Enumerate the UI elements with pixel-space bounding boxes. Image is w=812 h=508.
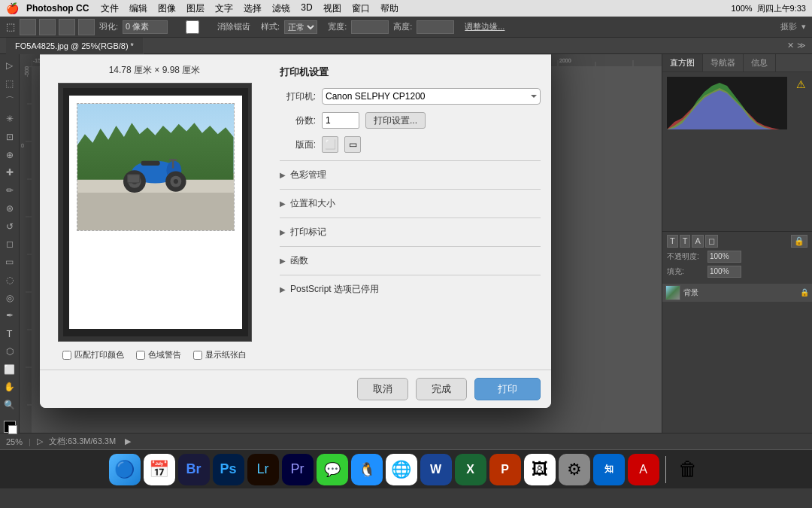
copies-input[interactable] [322, 112, 359, 129]
magic-wand-tool[interactable]: ✳ [2, 111, 18, 127]
hand-tool[interactable]: ✋ [2, 379, 18, 396]
print-marks-header[interactable]: ▶ 打印标记 [280, 224, 541, 240]
menu-filter[interactable]: 滤镜 [272, 2, 290, 15]
menu-items: 文件 编辑 图像 图层 文字 选择 滤镜 3D 视图 窗口 帮助 [101, 2, 731, 15]
apple-menu[interactable]: 🍎 [6, 2, 19, 14]
dodge-tool[interactable]: ◎ [2, 290, 18, 306]
menu-help[interactable]: 帮助 [380, 2, 398, 15]
clone-tool[interactable]: ⊛ [2, 200, 18, 217]
menu-select[interactable]: 选择 [244, 2, 262, 15]
dock-ps[interactable]: Ps [213, 454, 244, 485]
dock-wechat[interactable]: 💬 [317, 454, 348, 485]
tool-btn-4[interactable] [78, 19, 95, 35]
menu-file[interactable]: 文件 [101, 2, 119, 15]
dock-calendar[interactable]: 📅 [144, 454, 175, 485]
arrow-icon-3: ▶ [280, 228, 286, 236]
print-button[interactable]: 打印 [474, 378, 541, 400]
left-toolbar: ▷ ⬚ ⌒ ✳ ⊡ ⊕ ✚ ✏ ⊛ ↺ ◻ ▭ ◌ ◎ ✒ T ⬡ ⬜ ✋ 🔍 [0, 54, 20, 433]
dock-photos[interactable]: 🖼 [524, 454, 556, 485]
color-management-header[interactable]: ▶ 色彩管理 [280, 167, 541, 183]
brush-tool[interactable]: ✏ [2, 182, 18, 199]
dock-powerpoint[interactable]: P [489, 454, 521, 485]
histogram-canvas [667, 77, 787, 129]
close-panel-btn[interactable]: ✕ [787, 41, 794, 50]
opacity-input[interactable] [707, 251, 741, 263]
portrait-btn[interactable]: ⬜ [322, 136, 338, 153]
landscape-btn[interactable]: ▭ [344, 136, 361, 153]
navigator-tab[interactable]: 导航器 [703, 54, 744, 71]
app-name[interactable]: Photoshop CC [26, 3, 89, 14]
menu-3d[interactable]: 3D [301, 2, 312, 15]
match-colors-checkbox[interactable]: 匹配打印颜色 [62, 349, 124, 360]
type-tool[interactable]: T [2, 325, 18, 342]
pen-tool[interactable]: ✒ [2, 308, 18, 324]
path-select-tool[interactable]: ⬡ [2, 343, 18, 360]
tool-btn-2[interactable] [39, 19, 56, 35]
prop-btn-2[interactable]: T [680, 235, 691, 248]
tool-btn-1[interactable] [20, 19, 36, 35]
prop-btn-4[interactable]: ◻ [705, 235, 718, 248]
gradient-tool[interactable]: ▭ [2, 254, 18, 270]
show-paper-white-checkbox[interactable]: 显示纸张白 [193, 349, 247, 360]
width-input[interactable] [351, 20, 389, 34]
background-color[interactable] [8, 425, 17, 434]
eyedropper-tool[interactable]: ⊕ [2, 147, 18, 163]
lock-icon-layer: 🔒 [800, 288, 809, 297]
eraser-tool[interactable]: ◻ [2, 236, 18, 253]
dock-acrobat[interactable]: A [628, 454, 659, 485]
dock-system-prefs[interactable]: ⚙ [559, 454, 590, 485]
info-tab[interactable]: 信息 [744, 54, 776, 71]
done-button[interactable]: 完成 [416, 378, 467, 400]
dock-premiere[interactable]: Pr [282, 454, 314, 485]
menu-image[interactable]: 图像 [158, 2, 176, 15]
histogram-tab[interactable]: 直方图 [662, 54, 703, 71]
functions-header[interactable]: ▶ 函数 [280, 253, 541, 269]
right-panel: 直方图 导航器 信息 ⚠ [662, 54, 812, 433]
dock-chrome[interactable]: 🌐 [386, 454, 417, 485]
print-frame-outer [58, 83, 252, 342]
fill-label: 填充: [667, 266, 704, 277]
style-select[interactable]: 正常 [284, 20, 317, 34]
dock-trash[interactable]: 🗑 [672, 454, 704, 485]
menu-layer[interactable]: 图层 [186, 2, 205, 15]
foreground-color[interactable] [4, 421, 16, 433]
panel-menu-btn[interactable]: ≫ [797, 41, 806, 50]
printer-select[interactable]: Canon SELPHY CP1200 [322, 88, 541, 105]
menu-window[interactable]: 窗口 [352, 2, 370, 15]
dock-excel[interactable]: X [455, 454, 486, 485]
cancel-button[interactable]: 取消 [357, 378, 408, 400]
dock-lr[interactable]: Lr [247, 454, 279, 485]
more-icon[interactable]: ▾ [801, 22, 806, 32]
move-tool[interactable]: ▷ [2, 57, 18, 74]
menu-edit[interactable]: 编辑 [129, 2, 147, 15]
history-brush-tool[interactable]: ↺ [2, 218, 18, 235]
dock-word[interactable]: W [420, 454, 452, 485]
print-settings-btn[interactable]: 打印设置... [365, 112, 426, 129]
dock-zhihu[interactable]: 知 [593, 454, 625, 485]
marquee-tool[interactable]: ⬚ [2, 75, 18, 92]
postscript-header[interactable]: ▶ PostScript 选项已停用 [280, 281, 541, 297]
dock-br[interactable]: Br [178, 454, 210, 485]
menu-view[interactable]: 视图 [323, 2, 341, 15]
menu-type[interactable]: 文字 [215, 2, 233, 15]
remove-alias-checkbox[interactable] [174, 20, 211, 34]
file-tab[interactable]: FO5A4825.jpg @ 25%(RGB/8) * [6, 38, 144, 54]
blur-tool[interactable]: ◌ [2, 272, 18, 288]
prop-btn-1[interactable]: T [667, 235, 678, 248]
dock-qq[interactable]: 🐧 [351, 454, 383, 485]
prop-btn-3[interactable]: A [692, 235, 703, 248]
feather-input[interactable] [123, 20, 168, 34]
height-input[interactable] [417, 20, 454, 34]
lasso-tool[interactable]: ⌒ [2, 93, 18, 110]
tool-btn-3[interactable] [59, 19, 75, 35]
zoom-tool[interactable]: 🔍 [2, 397, 18, 413]
gamut-warning-checkbox[interactable]: 色域警告 [136, 349, 181, 360]
healing-tool[interactable]: ✚ [2, 165, 18, 181]
adjust-edge-btn[interactable]: 调整边缘... [465, 21, 504, 32]
dock-finder[interactable]: 🔵 [109, 454, 141, 485]
layer-item-bg[interactable]: 背景 🔒 [662, 284, 812, 302]
position-size-header[interactable]: ▶ 位置和大小 [280, 196, 541, 211]
crop-tool[interactable]: ⊡ [2, 129, 18, 145]
fill-input[interactable] [707, 266, 741, 278]
shape-tool[interactable]: ⬜ [2, 361, 18, 378]
